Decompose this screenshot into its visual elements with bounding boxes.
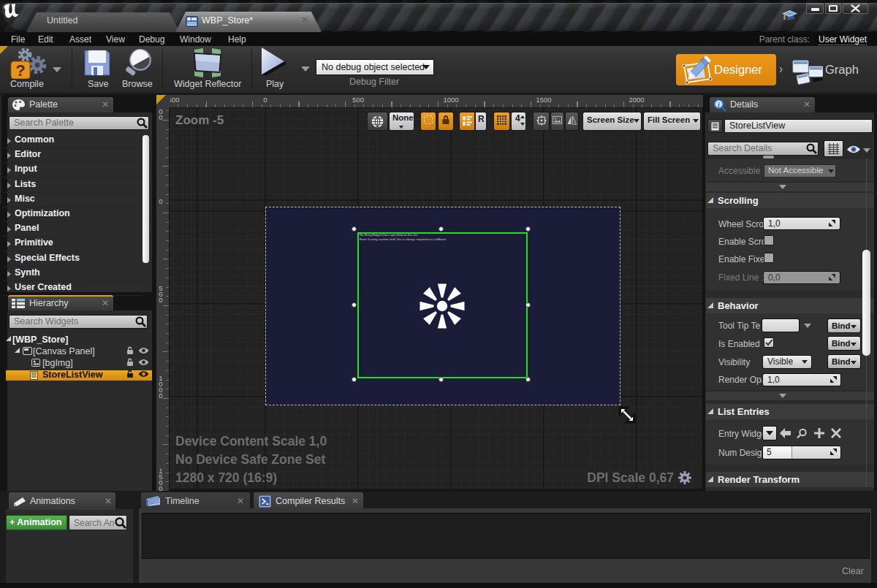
svg-text:i: i bbox=[718, 101, 720, 109]
svg-text:?: ? bbox=[15, 61, 25, 79]
